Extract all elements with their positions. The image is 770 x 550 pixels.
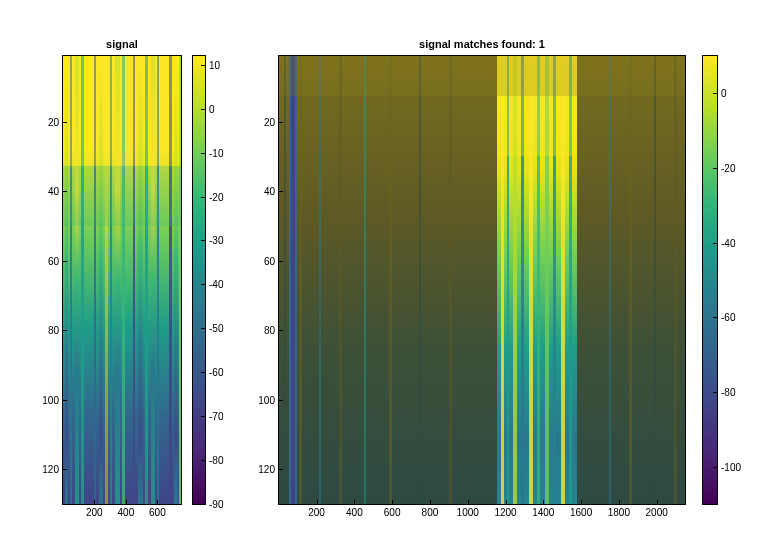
xtick-label: 1000 bbox=[457, 504, 479, 518]
ytick-label: 40 bbox=[48, 186, 63, 197]
colorbar-tick-label: -40 bbox=[205, 279, 223, 290]
svg-rect-34 bbox=[629, 56, 632, 504]
tickmark bbox=[506, 500, 507, 504]
ytick-label: 100 bbox=[42, 394, 63, 405]
xtick-label: 600 bbox=[149, 504, 166, 518]
colorbar-tick-label: 0 bbox=[205, 103, 215, 114]
svg-rect-23 bbox=[63, 166, 181, 226]
tickmark bbox=[279, 122, 283, 123]
xtick-label: 200 bbox=[86, 504, 103, 518]
svg-rect-51 bbox=[279, 56, 685, 96]
tickmark bbox=[63, 261, 67, 262]
heatmap-matches bbox=[279, 56, 685, 504]
tickmark bbox=[279, 400, 283, 401]
xtick-label: 800 bbox=[422, 504, 439, 518]
svg-rect-29 bbox=[364, 56, 366, 504]
tickmark bbox=[201, 284, 205, 285]
tickmark bbox=[354, 500, 355, 504]
svg-rect-32 bbox=[449, 56, 452, 504]
ytick-label: 60 bbox=[264, 255, 279, 266]
ytick-label: 20 bbox=[264, 116, 279, 127]
xtick-label: 1200 bbox=[494, 504, 516, 518]
ytick-label: 60 bbox=[48, 255, 63, 266]
tickmark bbox=[201, 240, 205, 241]
tickmark bbox=[279, 330, 283, 331]
ytick-label: 120 bbox=[258, 464, 279, 475]
tickmark bbox=[713, 467, 717, 468]
ytick-label: 40 bbox=[264, 186, 279, 197]
axes-matches: signal matches found: 1 bbox=[278, 55, 686, 505]
colorbar-tick-label: 0 bbox=[717, 88, 727, 99]
svg-rect-31 bbox=[419, 56, 421, 504]
tickmark bbox=[63, 122, 67, 123]
tickmark bbox=[63, 191, 67, 192]
tickmark bbox=[63, 400, 67, 401]
tickmark bbox=[201, 109, 205, 110]
svg-rect-38 bbox=[291, 56, 295, 504]
tickmark bbox=[657, 500, 658, 504]
tickmark bbox=[581, 500, 582, 504]
tickmark bbox=[201, 372, 205, 373]
ytick-label: 120 bbox=[42, 464, 63, 475]
ytick-label: 80 bbox=[48, 325, 63, 336]
colorbar-tick-label: -30 bbox=[205, 235, 223, 246]
colorbar-tick-label: -40 bbox=[717, 237, 735, 248]
xtick-label: 400 bbox=[346, 504, 363, 518]
tickmark bbox=[201, 460, 205, 461]
tickmark bbox=[619, 500, 620, 504]
colorbar-tick-label: -20 bbox=[205, 191, 223, 202]
colorbar-tick-label: -90 bbox=[205, 499, 223, 510]
xtick-label: 400 bbox=[118, 504, 135, 518]
xtick-label: 600 bbox=[384, 504, 401, 518]
colorbar-tick-label: -10 bbox=[205, 147, 223, 158]
axes-signal: signal bbox=[62, 55, 182, 505]
tickmark bbox=[157, 500, 158, 504]
svg-rect-33 bbox=[609, 56, 611, 504]
title-signal: signal bbox=[63, 38, 181, 50]
colorbar-tick-label: -80 bbox=[717, 387, 735, 398]
colorbar-tick-label: -100 bbox=[717, 461, 741, 472]
colorbar-tick-label: 10 bbox=[205, 59, 220, 70]
heatmap-signal bbox=[63, 56, 181, 504]
tickmark bbox=[468, 500, 469, 504]
svg-rect-27 bbox=[319, 56, 321, 504]
title-matches: signal matches found: 1 bbox=[279, 38, 685, 50]
tickmark bbox=[392, 500, 393, 504]
tickmark bbox=[713, 93, 717, 94]
svg-rect-26 bbox=[299, 56, 302, 504]
xtick-label: 200 bbox=[308, 504, 325, 518]
tickmark bbox=[543, 500, 544, 504]
figure: signal bbox=[0, 0, 770, 550]
colorbar-tick-label: -60 bbox=[717, 312, 735, 323]
ytick-label: 100 bbox=[258, 394, 279, 405]
tickmark bbox=[279, 469, 283, 470]
colorbar-signal: 100-10-20-30-40-50-60-70-80-90 bbox=[192, 55, 206, 505]
tickmark bbox=[317, 500, 318, 504]
colorbar-gradient bbox=[193, 56, 205, 504]
tickmark bbox=[713, 168, 717, 169]
colorbar-tick-label: -70 bbox=[205, 411, 223, 422]
tickmark bbox=[63, 330, 67, 331]
tickmark bbox=[201, 504, 205, 505]
xtick-label: 1400 bbox=[532, 504, 554, 518]
svg-rect-25 bbox=[284, 56, 286, 504]
xtick-label: 1800 bbox=[608, 504, 630, 518]
tickmark bbox=[279, 261, 283, 262]
tickmark bbox=[430, 500, 431, 504]
colorbar-tick-label: -20 bbox=[717, 163, 735, 174]
tickmark bbox=[279, 191, 283, 192]
colorbar-tick-label: -50 bbox=[205, 323, 223, 334]
svg-rect-30 bbox=[389, 56, 392, 504]
xtick-label: 2000 bbox=[646, 504, 668, 518]
tickmark bbox=[126, 500, 127, 504]
ytick-label: 20 bbox=[48, 116, 63, 127]
colorbar-tick-label: -60 bbox=[205, 367, 223, 378]
svg-rect-36 bbox=[674, 56, 677, 504]
xtick-label: 1600 bbox=[570, 504, 592, 518]
colorbar-tick-label: -80 bbox=[205, 455, 223, 466]
tickmark bbox=[201, 197, 205, 198]
svg-rect-35 bbox=[654, 56, 656, 504]
colorbar-matches: 0-20-40-60-80-100 bbox=[702, 55, 718, 505]
tickmark bbox=[63, 469, 67, 470]
svg-rect-28 bbox=[339, 56, 342, 504]
